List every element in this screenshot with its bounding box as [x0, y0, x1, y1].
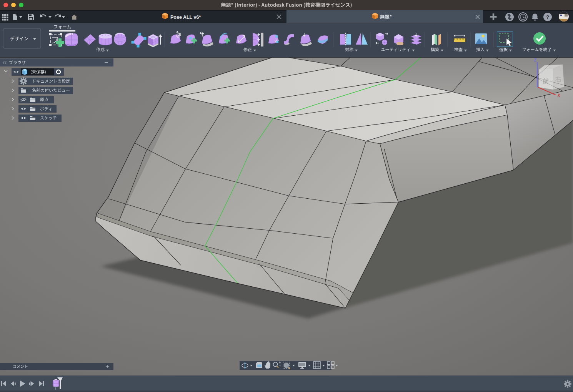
svg-text:Z: Z	[534, 58, 536, 62]
svg-text:Pose ALL v6*: Pose ALL v6*	[170, 15, 201, 20]
svg-text:X: X	[558, 93, 560, 98]
svg-text:?: ?	[546, 14, 549, 20]
